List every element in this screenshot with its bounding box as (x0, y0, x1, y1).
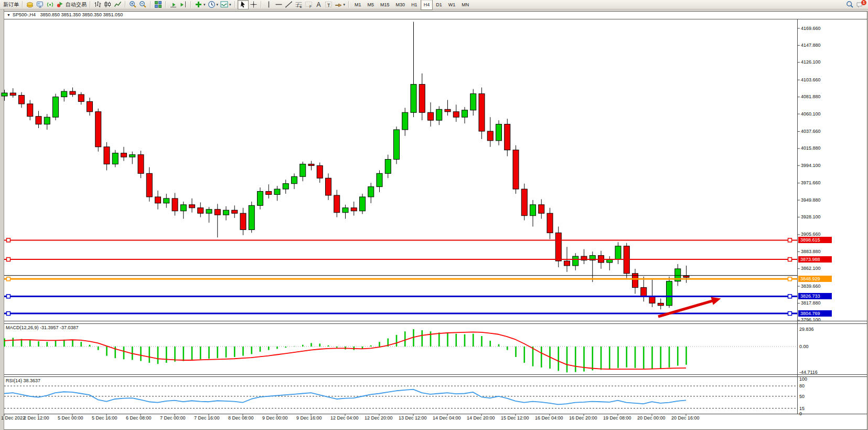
search-button[interactable] (845, 1, 855, 9)
shapes-icon (335, 1, 342, 8)
bar-chart-button[interactable] (93, 1, 103, 9)
candle-chart-button[interactable] (103, 1, 113, 9)
toolbar-separator (261, 1, 262, 8)
toolbar-separator (90, 1, 91, 8)
period-button[interactable]: ▾ (207, 1, 220, 9)
svg-text:A: A (316, 1, 320, 8)
tf-mn[interactable]: MN (458, 0, 472, 10)
svg-text:E: E (299, 5, 302, 8)
crosshair-icon (250, 1, 258, 8)
chart-expand-icon[interactable]: ▼ (7, 13, 10, 17)
horizontal-line-icon (275, 1, 283, 8)
macd-pane[interactable] (4, 324, 797, 374)
bar-chart-icon (94, 1, 102, 8)
tf-w1[interactable]: W1 (445, 0, 459, 10)
line-chart-icon (114, 1, 122, 8)
notifications-button[interactable]: 1 (855, 1, 865, 9)
toolbar-separator (165, 1, 166, 8)
channel-icon: F (305, 1, 313, 8)
chart-shift-button[interactable] (178, 1, 188, 9)
line-chart-button[interactable] (113, 1, 123, 9)
cursor-button[interactable] (238, 0, 249, 9)
add-indicator-icon (195, 1, 202, 8)
vertical-line-icon (265, 1, 273, 8)
toolbar-separator (150, 1, 151, 8)
price-axis[interactable] (798, 19, 866, 414)
toolbar-separator (125, 1, 126, 8)
toolbar-separator (190, 1, 191, 8)
new-order-button-label: 新订单 (3, 1, 19, 8)
add-indicator-button[interactable]: ▾ (194, 1, 207, 9)
chart-plot-area[interactable] (4, 19, 797, 321)
time-axis[interactable] (4, 414, 797, 423)
trendline-icon (285, 1, 293, 8)
tf-m5[interactable]: M5 (365, 0, 378, 10)
market-watch-button[interactable] (35, 1, 45, 9)
tile-windows-button[interactable] (153, 1, 163, 9)
label-icon: T (325, 1, 333, 8)
tf-h1[interactable]: H1 (408, 0, 421, 10)
chart-titlebar: ▼SP500-,H4 3850.850 3851.350 3850.350 38… (7, 12, 123, 17)
svg-text:F: F (309, 5, 312, 8)
tf-m30[interactable]: M30 (393, 0, 409, 10)
cursor-icon (239, 1, 247, 8)
zoom-out-button[interactable] (138, 1, 148, 9)
chart-title: SP500-,H4 (13, 12, 36, 17)
auto-scroll-icon (169, 1, 177, 8)
period-icon (208, 1, 216, 8)
market-watch-icon (36, 1, 44, 8)
fibonacci-button[interactable]: fE (294, 1, 304, 9)
tf-m15[interactable]: M15 (377, 0, 393, 10)
tile-windows-icon (154, 1, 162, 8)
toolbar-separator (348, 1, 349, 8)
channel-button[interactable]: F (304, 1, 314, 9)
tf-m1[interactable]: M1 (351, 0, 365, 10)
shapes-button[interactable]: ▾ (334, 1, 347, 9)
chevron-down-icon[interactable]: ▾ (229, 3, 231, 7)
chevron-down-icon[interactable]: ▾ (203, 3, 206, 7)
svg-text:T: T (327, 3, 330, 8)
template-button[interactable]: ▾ (219, 1, 232, 9)
chart-ohlc-readout: 3850.850 3851.350 3850.350 3851.050 (40, 12, 123, 17)
candle-chart-icon (104, 1, 112, 8)
chevron-down-icon[interactable]: ▾ (217, 3, 219, 7)
toolbar-separator (22, 1, 23, 8)
text-button[interactable]: A (314, 1, 324, 9)
zoom-in-button[interactable] (128, 1, 138, 9)
styler-icon (26, 1, 34, 8)
fibonacci-icon: fE (295, 1, 303, 8)
auto-scroll-button[interactable] (168, 1, 178, 9)
crosshair-button[interactable] (249, 1, 259, 9)
signals-button[interactable] (45, 1, 55, 9)
chart-shift-icon (179, 1, 187, 8)
vertical-line-button[interactable] (264, 1, 274, 9)
chevron-down-icon[interactable]: ▾ (344, 3, 346, 7)
autotrading-button-label: 自动交易 (66, 1, 87, 8)
main-toolbar: 新订单自动交易▾▾▾fEFAT▾M1M5M15M30H1H4D1W1MN1 (0, 0, 868, 9)
label-button[interactable]: T (324, 1, 334, 9)
horizontal-line-button[interactable] (274, 1, 284, 9)
zoom-in-icon (129, 1, 137, 8)
text-icon: A (315, 1, 323, 8)
trendline-button[interactable] (284, 1, 294, 9)
tf-h4[interactable]: H4 (421, 0, 433, 10)
rsi-pane[interactable] (4, 377, 797, 414)
toolbar-separator (234, 1, 235, 8)
zoom-out-icon (139, 1, 147, 8)
new-order-button[interactable]: 新订单 (1, 1, 20, 9)
notification-badge: 1 (861, 0, 866, 5)
tf-d1[interactable]: D1 (433, 0, 445, 10)
template-icon (220, 1, 228, 8)
window-left-edge (0, 9, 4, 430)
styler-button[interactable] (25, 1, 35, 9)
autotrading-icon (56, 1, 64, 8)
autotrading-button[interactable]: 自动交易 (55, 1, 88, 9)
signals-icon (46, 1, 54, 8)
search-icon (846, 1, 854, 8)
